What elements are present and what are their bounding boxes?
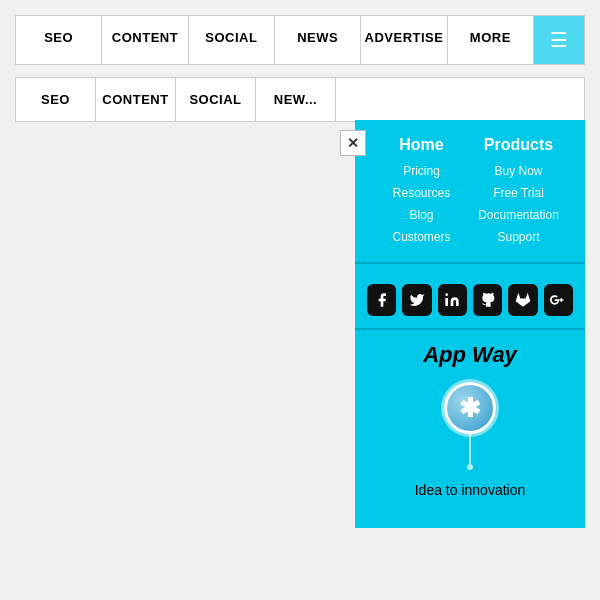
hamburger-icon: ☰ bbox=[550, 30, 568, 50]
nav-item-seo-2[interactable]: SEO bbox=[16, 78, 96, 121]
facebook-icon[interactable] bbox=[367, 284, 396, 316]
nav-item-more-1[interactable]: MORE bbox=[448, 16, 534, 64]
divider-2 bbox=[355, 328, 585, 330]
nav-bar-1: SEO CONTENT SOCIAL NEWS ADVERTISE MORE ☰ bbox=[15, 15, 585, 65]
gitlab-icon[interactable] bbox=[508, 284, 537, 316]
balloon-knot bbox=[467, 464, 473, 470]
svg-point-0 bbox=[446, 293, 449, 296]
dropdown-menu: Home Pricing Resources Blog Customers Pr… bbox=[355, 120, 585, 528]
nav-item-social-2[interactable]: SOCIAL bbox=[176, 78, 256, 121]
dropdown-link-resources[interactable]: Resources bbox=[373, 186, 470, 200]
nav-item-seo-1[interactable]: SEO bbox=[16, 16, 102, 64]
dropdown-link-documentation[interactable]: Documentation bbox=[470, 208, 567, 222]
nav-bar-2: SEO CONTENT SOCIAL NEW... bbox=[15, 77, 585, 122]
nav-item-content-2[interactable]: CONTENT bbox=[96, 78, 176, 121]
google-plus-icon[interactable] bbox=[544, 284, 573, 316]
nav-item-content-1[interactable]: CONTENT bbox=[102, 16, 188, 64]
divider bbox=[355, 262, 585, 264]
dropdown-products-title: Products bbox=[470, 136, 567, 154]
dropdown-link-freetrial[interactable]: Free Trial bbox=[470, 186, 567, 200]
nav-item-new-2[interactable]: NEW... bbox=[256, 78, 336, 121]
social-icons-row bbox=[355, 276, 585, 328]
dropdown-link-buynow[interactable]: Buy Now bbox=[470, 164, 567, 178]
linkedin-icon[interactable] bbox=[438, 284, 467, 316]
dropdown-columns: Home Pricing Resources Blog Customers Pr… bbox=[355, 120, 585, 262]
close-button[interactable]: ✕ bbox=[340, 130, 366, 156]
dropdown-col-home: Home Pricing Resources Blog Customers bbox=[373, 136, 470, 252]
dropdown-link-customers[interactable]: Customers bbox=[373, 230, 470, 244]
nav-item-social-1[interactable]: SOCIAL bbox=[189, 16, 275, 64]
app-way-section: App Way ✱ Idea to innovation bbox=[355, 342, 585, 508]
hamburger-button[interactable]: ☰ bbox=[534, 16, 584, 64]
balloon-string bbox=[469, 434, 471, 464]
balloon-asterisk-icon: ✱ bbox=[459, 395, 481, 421]
nav-item-news-1[interactable]: NEWS bbox=[275, 16, 361, 64]
github-icon[interactable] bbox=[473, 284, 502, 316]
idea-text: Idea to innovation bbox=[365, 482, 575, 498]
app-way-title: App Way bbox=[365, 342, 575, 368]
dropdown-home-title: Home bbox=[373, 136, 470, 154]
twitter-icon[interactable] bbox=[402, 284, 431, 316]
dropdown-col-products: Products Buy Now Free Trial Documentatio… bbox=[470, 136, 567, 252]
dropdown-link-blog[interactable]: Blog bbox=[373, 208, 470, 222]
dropdown-link-support[interactable]: Support bbox=[470, 230, 567, 244]
dropdown-link-pricing[interactable]: Pricing bbox=[373, 164, 470, 178]
balloon-circle: ✱ bbox=[444, 382, 496, 434]
nav-item-advertise-1[interactable]: ADVERTISE bbox=[361, 16, 447, 64]
balloon-container: ✱ bbox=[365, 382, 575, 470]
